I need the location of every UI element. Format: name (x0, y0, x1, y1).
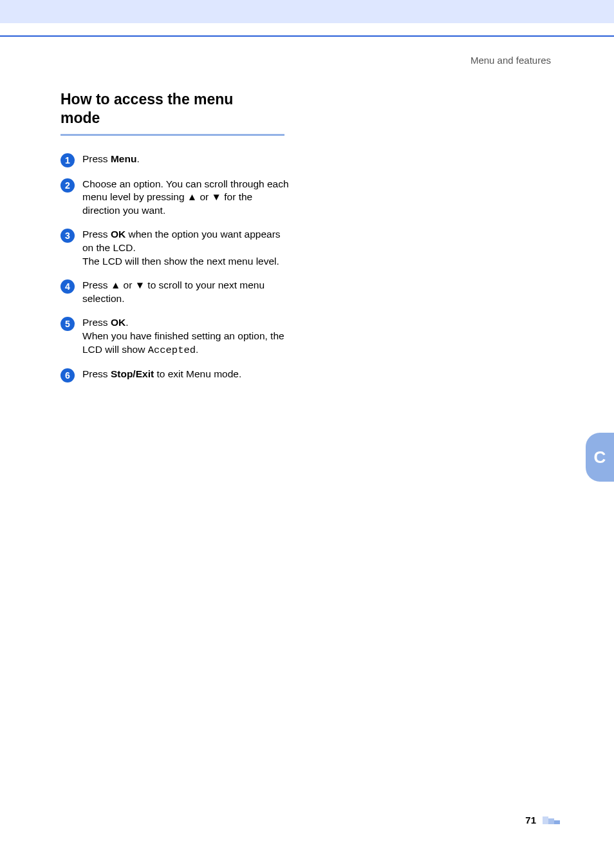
step-6-pre: Press (82, 368, 111, 379)
step-3-extra: The LCD will then show the next menu lev… (82, 256, 279, 267)
step-bullet-5: 5 (60, 317, 75, 331)
step-1: 1 Press Menu. (60, 153, 292, 167)
step-5-pre: Press (82, 317, 111, 328)
heading-underline (60, 134, 284, 136)
step-2-text: Choose an option. You can scroll through… (82, 178, 292, 218)
step-3: 3 Press OK when the option you want appe… (60, 228, 292, 269)
step-6-post: to exit Menu mode. (154, 368, 241, 379)
step-5-mono: Accepted (148, 344, 196, 356)
section-tab-letter: C (594, 448, 606, 467)
step-5-post: . (126, 317, 128, 328)
page-number: 71 (525, 815, 536, 826)
step-bullet-4: 4 (60, 279, 75, 294)
step-4-mid: or (120, 279, 135, 290)
step-3-bold: OK (111, 229, 126, 240)
steps-list: 1 Press Menu. 2 Choose an option. You ca… (60, 153, 292, 382)
section-tab: C (586, 433, 614, 482)
step-2-pre: Choose an option. You can scroll through… (82, 178, 289, 203)
step-1-bold: Menu (111, 153, 136, 164)
step-4: 4 Press ▲ or ▼ to scroll to your next me… (60, 279, 292, 306)
step-4-pre: Press (82, 279, 111, 290)
main-content: How to access the menu mode 1 Press Menu… (60, 90, 292, 393)
section-heading: How to access the menu mode (60, 90, 292, 127)
step-6: 6 Press Stop/Exit to exit Menu mode. (60, 368, 292, 382)
step-1-pre: Press (82, 153, 111, 164)
step-1-post: . (136, 153, 139, 164)
step-5: 5 Press OK. When you have finished setti… (60, 316, 292, 357)
step-bullet-1: 1 (60, 153, 75, 167)
step-5-extra-post: . (196, 344, 198, 355)
step-2-mid: or (197, 191, 211, 202)
step-3-pre: Press (82, 229, 111, 240)
heading-line-2: mode (60, 109, 100, 126)
step-bullet-3: 3 (60, 229, 75, 243)
page-header-text: Menu and features (470, 55, 551, 66)
step-5-text: Press OK. When you have finished setting… (82, 316, 292, 357)
step-3-text: Press OK when the option you want appear… (82, 228, 292, 269)
heading-line-1: How to access the menu (60, 91, 233, 108)
up-arrow-icon: ▲ (111, 279, 120, 290)
step-bullet-6: 6 (60, 368, 75, 382)
step-4-text: Press ▲ or ▼ to scroll to your next menu… (82, 279, 292, 306)
down-arrow-icon: ▼ (212, 191, 221, 202)
page-footer: 71 (525, 815, 560, 826)
top-bar (0, 0, 614, 23)
step-2: 2 Choose an option. You can scroll throu… (60, 178, 292, 218)
down-arrow-icon: ▼ (135, 279, 145, 290)
step-1-text: Press Menu. (82, 153, 140, 166)
top-rule (0, 35, 614, 37)
step-bullet-2: 2 (60, 178, 75, 193)
footer-bars-icon (543, 816, 560, 824)
step-6-text: Press Stop/Exit to exit Menu mode. (82, 368, 241, 381)
step-6-bold: Stop/Exit (111, 368, 154, 379)
step-5-bold: OK (111, 317, 126, 328)
up-arrow-icon: ▲ (187, 191, 197, 202)
